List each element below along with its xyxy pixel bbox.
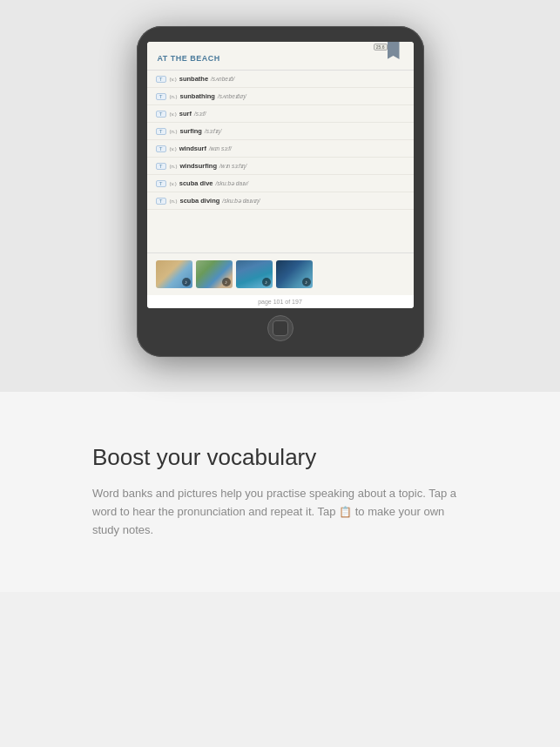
word-badge-5: T — [156, 163, 166, 170]
word-row[interactable]: T (n.) scuba diving /skuːbə daɪvɪŋ/ — [147, 192, 414, 210]
sound-icon-2[interactable] — [222, 278, 231, 286]
word-row[interactable]: T (n.) windsurfing /wɪn sɜːfɪŋ/ — [147, 158, 414, 175]
word-pos-6: (v.) — [170, 181, 177, 186]
word-pos-1: (n.) — [170, 94, 178, 99]
bookmark-icon[interactable]: 25.6 — [388, 42, 400, 59]
home-button-inner — [273, 320, 288, 336]
word-badge-7: T — [156, 198, 166, 205]
sound-icon-3[interactable] — [262, 278, 271, 286]
word-pos-7: (n.) — [170, 199, 178, 204]
word-phonetic-0: /sʌnbeɪð/ — [211, 76, 234, 83]
section-title: AT THE BEACH — [158, 54, 220, 63]
note-icon-inline: 📋 — [339, 504, 352, 521]
word-text-5: windsurfing — [180, 162, 218, 170]
word-pos-3: (n.) — [170, 129, 178, 134]
word-badge-1: T — [156, 93, 166, 100]
word-badge-0: T — [156, 76, 166, 83]
word-phonetic-1: /sʌnbeɪðɪŋ/ — [218, 93, 246, 100]
word-row[interactable]: T (v.) scuba dive /skuːbə daɪv/ — [147, 175, 414, 192]
word-phonetic-5: /wɪn sɜːfɪŋ/ — [219, 163, 246, 170]
sound-icon-1[interactable] — [182, 278, 191, 286]
thumbnail-2[interactable] — [196, 260, 233, 288]
word-text-7: scuba diving — [180, 197, 220, 205]
word-badge-4: T — [156, 145, 166, 152]
word-row[interactable]: T (n.) sunbathing /sʌnbeɪðɪŋ/ — [147, 88, 414, 105]
word-row[interactable]: T (v.) windsurf /wɪn sɜːf/ — [147, 140, 414, 158]
word-phonetic-7: /skuːbə daɪvɪŋ/ — [222, 198, 260, 205]
boost-description: Word banks and pictures help you practis… — [92, 485, 468, 539]
word-text-3: surfing — [180, 127, 202, 135]
word-row[interactable]: T (v.) sunbathe /sʌnbeɪð/ — [147, 71, 414, 88]
word-text-2: surf — [179, 110, 192, 118]
word-phonetic-6: /skuːbə daɪv/ — [216, 180, 249, 187]
word-pos-4: (v.) — [170, 146, 177, 151]
word-text-6: scuba dive — [179, 179, 213, 187]
word-row[interactable]: T (n.) surfing /sɜːfɪŋ/ — [147, 123, 414, 140]
word-phonetic-4: /wɪn sɜːf/ — [209, 145, 232, 152]
sound-icon-4[interactable] — [302, 278, 311, 286]
word-text-0: sunbathe — [179, 75, 208, 83]
page-indicator: page 101 of 197 — [147, 295, 414, 308]
section-header: AT THE BEACH 25.6 — [147, 42, 414, 71]
bookmark-shape — [388, 42, 400, 59]
image-strip — [147, 252, 414, 295]
thumbnail-3[interactable] — [236, 260, 273, 288]
device-screen: AT THE BEACH 25.6 T (v.) sunbathe /sʌnbe… — [147, 42, 414, 308]
boost-title: Boost your vocabulary — [92, 444, 468, 471]
word-row[interactable]: T (v.) surf /sɜːf/ — [147, 105, 414, 123]
top-section: AT THE BEACH 25.6 T (v.) sunbathe /sʌnbe… — [0, 0, 560, 392]
word-phonetic-3: /sɜːfɪŋ/ — [205, 128, 221, 135]
word-badge-2: T — [156, 111, 166, 118]
word-text-1: sunbathing — [180, 92, 215, 100]
word-pos-5: (n.) — [170, 164, 178, 169]
bottom-section: Boost your vocabulary Word banks and pic… — [0, 392, 560, 592]
thumbnail-4[interactable] — [276, 260, 313, 288]
home-button[interactable] — [267, 315, 293, 341]
word-pos-2: (v.) — [170, 111, 177, 117]
screen-content: AT THE BEACH 25.6 T (v.) sunbathe /sʌnbe… — [147, 42, 414, 308]
word-text-4: windsurf — [179, 145, 206, 152]
device-frame: AT THE BEACH 25.6 T (v.) sunbathe /sʌnbe… — [137, 26, 424, 357]
word-pos-0: (v.) — [170, 77, 177, 82]
word-phonetic-2: /sɜːf/ — [194, 111, 206, 118]
word-badge-6: T — [156, 180, 166, 187]
thumbnail-1[interactable] — [156, 260, 192, 288]
word-list: T (v.) sunbathe /sʌnbeɪð/ T (n.) sunbath… — [147, 71, 414, 252]
bookmark-badge: 25.6 — [374, 44, 388, 50]
word-badge-3: T — [156, 128, 166, 135]
